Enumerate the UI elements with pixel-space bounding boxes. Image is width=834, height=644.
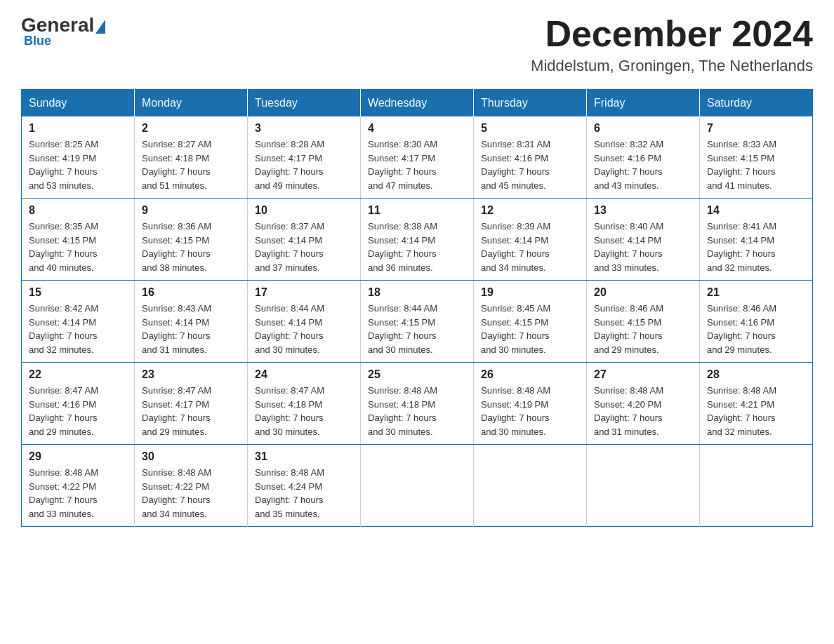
calendar-week-row: 22 Sunrise: 8:47 AM Sunset: 4:16 PM Dayl… xyxy=(22,363,813,445)
calendar-cell: 19 Sunrise: 8:45 AM Sunset: 4:15 PM Dayl… xyxy=(474,281,587,363)
calendar-cell xyxy=(700,445,813,527)
day-number: 25 xyxy=(368,368,466,381)
month-title: December 2024 xyxy=(531,14,813,54)
calendar-cell: 24 Sunrise: 8:47 AM Sunset: 4:18 PM Dayl… xyxy=(248,363,361,445)
calendar-cell: 31 Sunrise: 8:48 AM Sunset: 4:24 PM Dayl… xyxy=(248,445,361,527)
day-number: 18 xyxy=(368,286,466,299)
day-number: 17 xyxy=(255,286,353,299)
day-info: Sunrise: 8:47 AM Sunset: 4:16 PM Dayligh… xyxy=(29,384,127,438)
logo: General Blue xyxy=(21,14,107,48)
day-info: Sunrise: 8:42 AM Sunset: 4:14 PM Dayligh… xyxy=(29,302,127,356)
weekday-header-thursday: Thursday xyxy=(474,90,587,117)
calendar-cell: 11 Sunrise: 8:38 AM Sunset: 4:14 PM Dayl… xyxy=(361,199,474,281)
day-info: Sunrise: 8:32 AM Sunset: 4:16 PM Dayligh… xyxy=(594,137,692,192)
day-number: 21 xyxy=(707,286,805,299)
day-info: Sunrise: 8:48 AM Sunset: 4:19 PM Dayligh… xyxy=(481,384,579,438)
calendar-cell: 15 Sunrise: 8:42 AM Sunset: 4:14 PM Dayl… xyxy=(22,281,135,363)
calendar-cell: 29 Sunrise: 8:48 AM Sunset: 4:22 PM Dayl… xyxy=(22,445,135,527)
calendar-cell: 30 Sunrise: 8:48 AM Sunset: 4:22 PM Dayl… xyxy=(135,445,248,527)
day-info: Sunrise: 8:48 AM Sunset: 4:22 PM Dayligh… xyxy=(142,466,240,521)
calendar-cell: 5 Sunrise: 8:31 AM Sunset: 4:16 PM Dayli… xyxy=(474,116,587,199)
calendar-cell xyxy=(587,445,700,527)
day-info: Sunrise: 8:35 AM Sunset: 4:15 PM Dayligh… xyxy=(29,220,127,274)
day-number: 28 xyxy=(707,368,805,381)
calendar-cell: 13 Sunrise: 8:40 AM Sunset: 4:14 PM Dayl… xyxy=(587,199,700,281)
calendar-cell: 10 Sunrise: 8:37 AM Sunset: 4:14 PM Dayl… xyxy=(248,199,361,281)
day-info: Sunrise: 8:39 AM Sunset: 4:14 PM Dayligh… xyxy=(481,220,579,274)
day-number: 7 xyxy=(707,122,805,135)
day-info: Sunrise: 8:36 AM Sunset: 4:15 PM Dayligh… xyxy=(142,220,240,274)
day-info: Sunrise: 8:43 AM Sunset: 4:14 PM Dayligh… xyxy=(142,302,240,356)
day-number: 5 xyxy=(481,122,579,135)
calendar-cell: 8 Sunrise: 8:35 AM Sunset: 4:15 PM Dayli… xyxy=(22,199,135,281)
calendar-cell: 14 Sunrise: 8:41 AM Sunset: 4:14 PM Dayl… xyxy=(700,199,813,281)
calendar-cell: 18 Sunrise: 8:44 AM Sunset: 4:15 PM Dayl… xyxy=(361,281,474,363)
day-info: Sunrise: 8:25 AM Sunset: 4:19 PM Dayligh… xyxy=(29,137,127,192)
day-number: 22 xyxy=(29,368,127,381)
day-number: 15 xyxy=(29,286,127,299)
calendar-week-row: 29 Sunrise: 8:48 AM Sunset: 4:22 PM Dayl… xyxy=(22,445,813,527)
day-info: Sunrise: 8:46 AM Sunset: 4:15 PM Dayligh… xyxy=(594,302,692,356)
calendar-cell: 6 Sunrise: 8:32 AM Sunset: 4:16 PM Dayli… xyxy=(587,116,700,199)
weekday-header-wednesday: Wednesday xyxy=(361,90,474,117)
calendar-cell: 16 Sunrise: 8:43 AM Sunset: 4:14 PM Dayl… xyxy=(135,281,248,363)
day-number: 31 xyxy=(255,450,353,463)
day-number: 14 xyxy=(707,204,805,217)
calendar-cell: 22 Sunrise: 8:47 AM Sunset: 4:16 PM Dayl… xyxy=(22,363,135,445)
calendar-cell: 27 Sunrise: 8:48 AM Sunset: 4:20 PM Dayl… xyxy=(587,363,700,445)
day-info: Sunrise: 8:46 AM Sunset: 4:16 PM Dayligh… xyxy=(707,302,805,356)
day-number: 26 xyxy=(481,368,579,381)
day-number: 4 xyxy=(368,122,466,135)
title-area: December 2024 Middelstum, Groningen, The… xyxy=(531,14,813,75)
weekday-header-saturday: Saturday xyxy=(700,90,813,117)
calendar-cell: 4 Sunrise: 8:30 AM Sunset: 4:17 PM Dayli… xyxy=(361,116,474,199)
day-number: 3 xyxy=(255,122,353,135)
day-info: Sunrise: 8:48 AM Sunset: 4:22 PM Dayligh… xyxy=(29,466,127,521)
day-number: 27 xyxy=(594,368,692,381)
day-number: 16 xyxy=(142,286,240,299)
calendar-week-row: 15 Sunrise: 8:42 AM Sunset: 4:14 PM Dayl… xyxy=(22,281,813,363)
day-info: Sunrise: 8:48 AM Sunset: 4:24 PM Dayligh… xyxy=(255,466,353,521)
calendar-week-row: 1 Sunrise: 8:25 AM Sunset: 4:19 PM Dayli… xyxy=(22,116,813,199)
logo-triangle-icon xyxy=(95,20,105,34)
calendar-cell: 25 Sunrise: 8:48 AM Sunset: 4:18 PM Dayl… xyxy=(361,363,474,445)
day-info: Sunrise: 8:48 AM Sunset: 4:20 PM Dayligh… xyxy=(594,384,692,438)
day-number: 6 xyxy=(594,122,692,135)
day-number: 1 xyxy=(29,122,127,135)
calendar-cell: 17 Sunrise: 8:44 AM Sunset: 4:14 PM Dayl… xyxy=(248,281,361,363)
day-number: 10 xyxy=(255,204,353,217)
day-info: Sunrise: 8:45 AM Sunset: 4:15 PM Dayligh… xyxy=(481,302,579,356)
day-number: 23 xyxy=(142,368,240,381)
day-number: 20 xyxy=(594,286,692,299)
day-info: Sunrise: 8:38 AM Sunset: 4:14 PM Dayligh… xyxy=(368,220,466,274)
weekday-header-friday: Friday xyxy=(587,90,700,117)
calendar-cell: 23 Sunrise: 8:47 AM Sunset: 4:17 PM Dayl… xyxy=(135,363,248,445)
weekday-header-sunday: Sunday xyxy=(22,90,135,117)
day-info: Sunrise: 8:27 AM Sunset: 4:18 PM Dayligh… xyxy=(142,137,240,192)
day-info: Sunrise: 8:47 AM Sunset: 4:17 PM Dayligh… xyxy=(142,384,240,438)
calendar-cell: 28 Sunrise: 8:48 AM Sunset: 4:21 PM Dayl… xyxy=(700,363,813,445)
day-number: 8 xyxy=(29,204,127,217)
calendar-week-row: 8 Sunrise: 8:35 AM Sunset: 4:15 PM Dayli… xyxy=(22,199,813,281)
day-info: Sunrise: 8:48 AM Sunset: 4:18 PM Dayligh… xyxy=(368,384,466,438)
day-info: Sunrise: 8:40 AM Sunset: 4:14 PM Dayligh… xyxy=(594,220,692,274)
day-info: Sunrise: 8:48 AM Sunset: 4:21 PM Dayligh… xyxy=(707,384,805,438)
day-info: Sunrise: 8:28 AM Sunset: 4:17 PM Dayligh… xyxy=(255,137,353,192)
day-info: Sunrise: 8:31 AM Sunset: 4:16 PM Dayligh… xyxy=(481,137,579,192)
calendar-cell xyxy=(474,445,587,527)
weekday-header-tuesday: Tuesday xyxy=(248,90,361,117)
day-number: 29 xyxy=(29,450,127,463)
weekday-header-monday: Monday xyxy=(135,90,248,117)
calendar-cell xyxy=(361,445,474,527)
calendar-cell: 1 Sunrise: 8:25 AM Sunset: 4:19 PM Dayli… xyxy=(22,116,135,199)
day-info: Sunrise: 8:41 AM Sunset: 4:14 PM Dayligh… xyxy=(707,220,805,274)
day-number: 12 xyxy=(481,204,579,217)
day-info: Sunrise: 8:37 AM Sunset: 4:14 PM Dayligh… xyxy=(255,220,353,274)
day-info: Sunrise: 8:33 AM Sunset: 4:15 PM Dayligh… xyxy=(707,137,805,192)
calendar-cell: 3 Sunrise: 8:28 AM Sunset: 4:17 PM Dayli… xyxy=(248,116,361,199)
calendar-table: SundayMondayTuesdayWednesdayThursdayFrid… xyxy=(21,89,813,527)
calendar-cell: 12 Sunrise: 8:39 AM Sunset: 4:14 PM Dayl… xyxy=(474,199,587,281)
day-info: Sunrise: 8:47 AM Sunset: 4:18 PM Dayligh… xyxy=(255,384,353,438)
calendar-cell: 20 Sunrise: 8:46 AM Sunset: 4:15 PM Dayl… xyxy=(587,281,700,363)
day-number: 11 xyxy=(368,204,466,217)
